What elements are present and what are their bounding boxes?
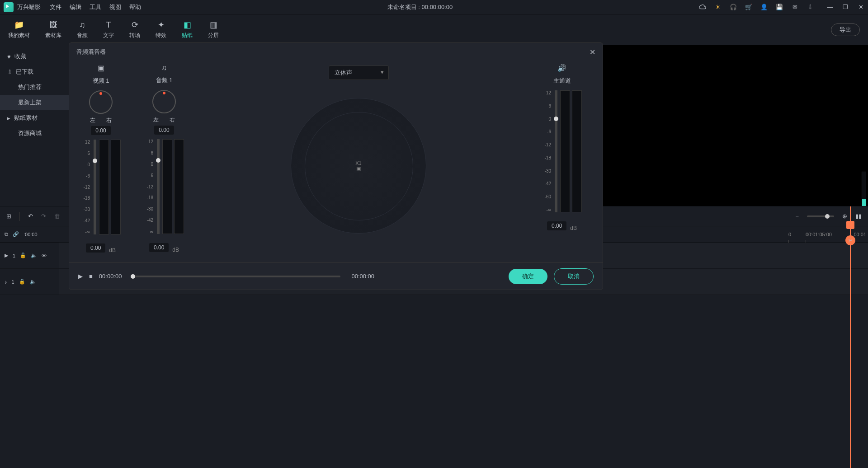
time-total: 00:00:00 [351, 273, 374, 280]
menu-bar: 文件 编辑 工具 视图 帮助 [50, 3, 141, 11]
eye-icon[interactable]: 👁 [42, 253, 47, 258]
ruler-mark: 0 [788, 232, 791, 237]
grid-icon[interactable]: ⊞ [6, 213, 11, 220]
mixer-master: 🔊 主通道 1260-6-12-18-30-42-60-∞ 0.00dB [521, 61, 603, 262]
pan-lr-labels: 左右 [153, 116, 175, 124]
mic-icon[interactable]: ⇩ [807, 4, 814, 11]
save-icon[interactable]: 💾 [776, 4, 783, 11]
fader-slider[interactable] [94, 140, 96, 234]
tool-stock[interactable]: 🖼素材库 [45, 20, 61, 39]
fader-handle[interactable] [93, 159, 97, 163]
close-icon[interactable]: ✕ [857, 4, 864, 11]
arrow-icon: ▸ [7, 115, 10, 122]
zoom-fit-icon[interactable]: ▮▮ [855, 213, 862, 220]
playhead[interactable]: ✂ [850, 206, 851, 468]
headset-icon[interactable]: 🎧 [730, 4, 737, 11]
sidebar-new[interactable]: 最新上架 [0, 95, 69, 110]
mixer-surround-panel: 立体声 X1▣ [196, 61, 521, 262]
split-icon: ▥ [210, 20, 217, 30]
zoom-slider[interactable] [807, 215, 834, 217]
sidebar-downloaded[interactable]: ⇩已下载 [0, 64, 69, 80]
master-db-value[interactable]: 0.00 [547, 221, 566, 230]
video-channel-icon: ▣ [98, 64, 104, 72]
play-button[interactable]: ▶ [78, 273, 83, 280]
dialog-body: ▣ 视频 1 左右 0.00 1260-6-12-18-30-42-∞ 0.00… [69, 61, 603, 262]
stop-button[interactable]: ■ [89, 273, 93, 280]
redo-icon[interactable]: ↷ [41, 213, 46, 220]
ruler-mark: 00:01 [854, 232, 866, 237]
level-bars [162, 139, 184, 234]
zoom-in-icon[interactable]: ⊕ [842, 213, 847, 220]
fader-slider[interactable] [157, 139, 160, 234]
master-fader-slider[interactable] [555, 90, 557, 212]
tool-text[interactable]: T文字 [103, 20, 114, 39]
db-unit: dB [172, 247, 179, 253]
cart-icon[interactable]: 🛒 [745, 4, 752, 11]
project-title: 未命名项目 : 00:00:00:00 [141, 3, 699, 11]
tool-split[interactable]: ▥分屏 [208, 20, 219, 39]
pan-knob[interactable] [89, 90, 113, 114]
cloud-icon[interactable] [699, 4, 706, 11]
playhead-handle[interactable] [846, 221, 854, 229]
video-track-icon: ▶ [5, 253, 8, 258]
progress-bar[interactable] [132, 276, 340, 277]
stereo-select[interactable]: 立体声 [329, 66, 389, 80]
menu-edit[interactable]: 编辑 [70, 3, 81, 11]
minimize-icon[interactable]: — [826, 4, 834, 11]
menu-file[interactable]: 文件 [50, 3, 61, 11]
master-fader-handle[interactable] [554, 117, 558, 121]
sidebar-favorites[interactable]: ♥收藏 [0, 49, 69, 64]
pan-value[interactable]: 0.00 [154, 126, 174, 135]
user-icon[interactable]: 👤 [760, 4, 768, 11]
delete-icon[interactable]: 🗑 [54, 213, 60, 220]
window-controls: — ❐ ✕ [826, 4, 864, 11]
tool-transition[interactable]: ⟳转场 [129, 20, 140, 39]
db-value[interactable]: 0.00 [86, 243, 105, 253]
lock-icon[interactable]: 🔓 [20, 253, 26, 258]
db-value[interactable]: 0.00 [149, 243, 169, 252]
mail-icon[interactable]: ✉ [791, 4, 798, 11]
pan-value[interactable]: 0.00 [91, 126, 110, 135]
mute-icon[interactable]: 🔈 [30, 279, 36, 285]
export-button[interactable]: 导出 [831, 23, 860, 36]
surround-field[interactable]: X1▣ [291, 98, 426, 234]
menu-tools[interactable]: 工具 [90, 3, 101, 11]
pan-lr-labels: 左右 [90, 117, 112, 124]
sidebar-sticker-material[interactable]: ▸贴纸素材 [0, 110, 69, 126]
video-track-head: ▶1 🔓 🔈 👁 [0, 243, 59, 268]
sun-icon[interactable]: ☀ [714, 4, 722, 11]
mixer-channel-video1: ▣ 视频 1 左右 0.00 1260-6-12-18-30-42-∞ 0.00… [78, 61, 123, 262]
link-icon[interactable]: 🔗 [13, 231, 19, 237]
ok-button[interactable]: 确定 [509, 269, 547, 284]
tool-fx[interactable]: ✦特效 [156, 20, 166, 39]
main-toolbar: 📁我的素材 🖼素材库 ♫音频 T文字 ⟳转场 ✦特效 ◧贴纸 ▥分屏 导出 [0, 14, 868, 45]
mixer-channels: ▣ 视频 1 左右 0.00 1260-6-12-18-30-42-∞ 0.00… [69, 61, 196, 262]
mute-icon[interactable]: 🔈 [31, 253, 37, 258]
text-icon: T [106, 20, 111, 30]
tool-audio[interactable]: ♫音频 [77, 20, 88, 39]
lock-icon[interactable]: 🔓 [19, 279, 25, 285]
title-bar: 万兴喵影 文件 编辑 工具 视图 帮助 未命名项目 : 00:00:00:00 … [0, 0, 868, 14]
pan-knob[interactable] [152, 90, 176, 113]
channel-label: 视频 1 [93, 77, 109, 85]
sidebar-store[interactable]: 资源商城 [0, 126, 69, 141]
master-scale: 1260-6-12-18-30-42-60-∞ [542, 90, 551, 212]
audio-track-head: ♪1 🔓 🔈 [0, 269, 59, 295]
menu-help[interactable]: 帮助 [129, 3, 141, 11]
dialog-header: 音频混音器 ✕ [69, 43, 603, 61]
tool-sticker[interactable]: ◧贴纸 [182, 20, 193, 39]
menu-view[interactable]: 视图 [109, 3, 121, 11]
ruler-mark: 00:01:05:00 [806, 232, 832, 237]
tool-my-media[interactable]: 📁我的素材 [8, 20, 30, 39]
undo-icon[interactable]: ↶ [28, 213, 33, 220]
cancel-button[interactable]: 取消 [554, 268, 594, 285]
maximize-icon[interactable]: ❐ [842, 4, 849, 11]
cut-icon[interactable]: ✂ [845, 235, 855, 245]
copy-icon[interactable]: ⧉ [5, 231, 8, 237]
dialog-close-button[interactable]: ✕ [590, 48, 595, 56]
fader-scale: 1260-6-12-18-30-42-∞ [81, 140, 90, 234]
sidebar-hot[interactable]: 热门推荐 [0, 80, 69, 95]
audio-track-icon: ♪ [5, 279, 7, 285]
zoom-out-icon[interactable]: − [795, 213, 799, 220]
fader-handle[interactable] [156, 158, 160, 163]
